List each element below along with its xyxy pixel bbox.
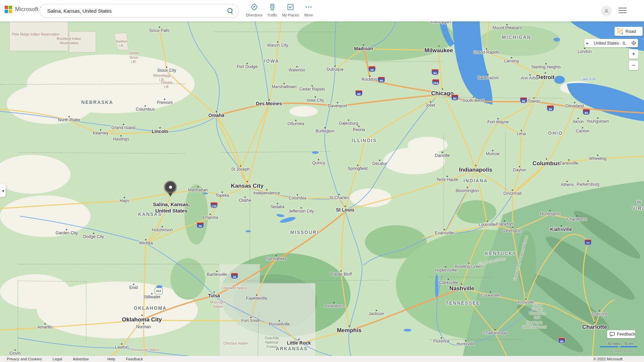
map-style-button[interactable]: Road xyxy=(614,27,643,36)
nav-label: More xyxy=(298,13,320,17)
map-canvas xyxy=(0,0,644,362)
footer-link[interactable]: Privacy and Cookies xyxy=(7,357,42,361)
footer-link[interactable]: Advertise xyxy=(73,357,89,361)
directions-icon xyxy=(250,3,258,11)
footer-links: Privacy and CookiesLegalAdvertiseHelpFee… xyxy=(0,357,154,361)
pin-head-icon xyxy=(164,181,176,193)
zoom-out-button[interactable]: − xyxy=(629,61,638,70)
pin-label: Salina, Kansas, United States xyxy=(153,201,190,214)
location-pin[interactable] xyxy=(164,181,177,198)
map-viewport[interactable]: NEBRASKAIOWAILLINOISKANSASMISSOURIINDIAN… xyxy=(0,0,644,362)
search-box[interactable] xyxy=(40,4,239,18)
footer-bar: Privacy and CookiesLegalAdvertiseHelpFee… xyxy=(0,356,644,362)
scale-km-label: 50 km xyxy=(625,342,634,346)
scale-km-bar xyxy=(620,346,637,347)
person-icon xyxy=(603,8,610,14)
map-style-icon xyxy=(617,28,623,34)
footer-link[interactable]: Feedback xyxy=(126,357,143,361)
footer-link[interactable]: Legal xyxy=(53,357,62,361)
breadcrumb-label[interactable]: United States · IL xyxy=(591,41,629,46)
footer-copyright: © 2022 Microsoft xyxy=(593,357,623,361)
scale-miles-label: 50 miles xyxy=(608,342,620,346)
footer-link[interactable]: Help xyxy=(107,357,115,361)
zoom-in-button[interactable]: + xyxy=(629,49,638,59)
checkbox-icon xyxy=(286,3,294,11)
search-input[interactable] xyxy=(47,8,227,14)
scale-miles-bar xyxy=(600,346,618,347)
breadcrumb-expand-icon[interactable]: ▶ xyxy=(584,42,591,45)
sidebar-collapse-tab[interactable]: ◀ xyxy=(0,184,6,197)
top-bar: Microsoft Bing Directions Traffic My Pla… xyxy=(0,0,644,21)
ellipsis-icon xyxy=(305,3,313,11)
map-feedback-button[interactable]: Feedback xyxy=(607,330,635,338)
microsoft-logo-icon xyxy=(5,6,12,13)
search-icon[interactable] xyxy=(227,8,233,14)
menu-icon[interactable] xyxy=(619,8,627,14)
speech-bubble-icon xyxy=(610,332,615,337)
map-style-label: Road xyxy=(626,29,636,34)
nav-more[interactable]: More xyxy=(298,3,320,17)
traffic-light-icon xyxy=(268,3,276,11)
breadcrumb: ▶ United States · IL xyxy=(584,39,638,47)
pin-tail xyxy=(168,193,173,197)
locate-icon xyxy=(631,41,636,46)
profile-avatar[interactable] xyxy=(601,6,612,16)
map-attribution: © 2022 TomTom xyxy=(611,349,634,353)
feedback-label: Feedback xyxy=(617,332,635,337)
locate-me-button[interactable] xyxy=(629,39,638,47)
